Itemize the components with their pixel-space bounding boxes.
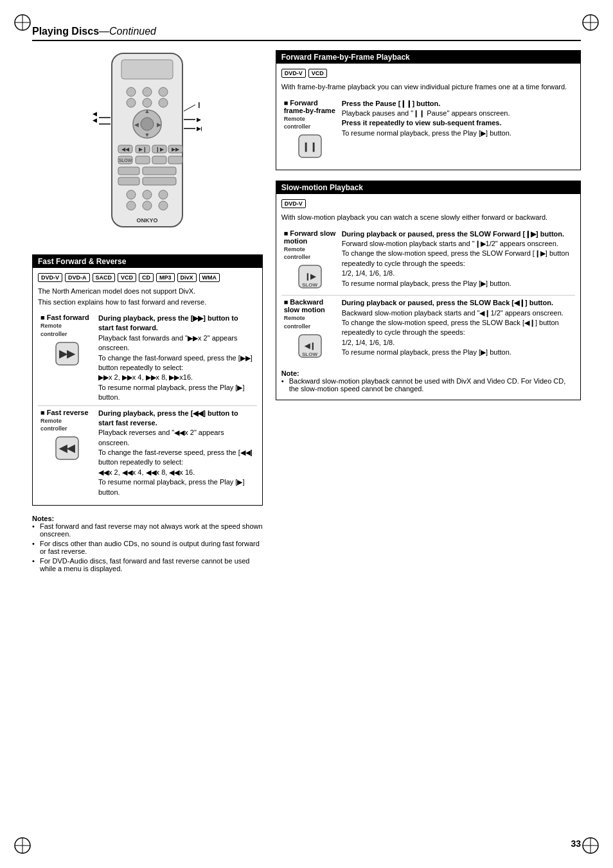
forward-frame-label: ■ Forward frame-by-frame Remotecontrolle… <box>281 96 339 165</box>
forward-frame-desc: Press the Pause [❙❙] button. Playback pa… <box>339 96 575 165</box>
svg-text:SLOW: SLOW <box>302 282 317 288</box>
forward-slow-label: ■ Forward slow motion Remotecontroller ❙… <box>281 227 339 296</box>
svg-text:▶▶: ▶▶ <box>59 348 76 359</box>
slow-intro: With slow-motion playback you can watch … <box>281 212 575 223</box>
fast-forward-remote-img: ▶▶ <box>40 339 93 369</box>
slow-motion-content: DVD-V With slow-motion playback you can … <box>276 194 580 400</box>
notes-list: Fast forward and fast reverse may not al… <box>32 522 263 572</box>
badge-dvda: DVD-A <box>65 273 90 282</box>
svg-text:▲: ▲ <box>145 108 150 114</box>
svg-point-15 <box>143 87 152 96</box>
svg-text:◀: ◀ <box>93 117 97 123</box>
table-row: ■ Fast forward Remotecontroller ▶▶ <box>38 311 257 405</box>
reg-mark-tr <box>581 13 600 32</box>
badge-dvdv: DVD-V <box>38 273 62 282</box>
format-badges-slow: DVD-V <box>281 199 575 208</box>
svg-point-46 <box>127 201 136 210</box>
svg-point-47 <box>143 201 152 210</box>
svg-line-58 <box>184 105 195 111</box>
page-number: 33 <box>571 838 581 849</box>
format-badges-frame: DVD-V VCD <box>281 69 575 78</box>
table-row: ■ Forward frame-by-frame Remotecontrolle… <box>281 96 575 165</box>
slow-note-list: Backward slow-motion playback cannot be … <box>281 377 575 393</box>
list-item: For discs other than audio CDs, no sound… <box>32 540 263 555</box>
badge-dvdv-slow: DVD-V <box>281 199 306 208</box>
fast-reverse-label: ■ Fast reverse Remotecontroller ◀◀ <box>38 405 96 500</box>
badge-vcd-frame: VCD <box>308 69 327 78</box>
fast-forward-reverse-section: Fast Forward & Reverse DVD-V DVD-A SACD … <box>32 254 263 506</box>
svg-text:▶: ▶ <box>157 121 161 128</box>
svg-text:❙▶: ❙▶ <box>155 146 164 152</box>
forward-slow-remote-img: ❙▶ SLOW <box>284 262 337 292</box>
slow-motion-note: Note: Backward slow-motion playback cann… <box>281 369 575 393</box>
svg-point-48 <box>159 201 168 210</box>
reg-mark-br <box>581 836 600 855</box>
two-col-layout: ▲ ▼ ◀ ▶ ◀◀ ▶❙ ❙▶ ▶▶ <box>32 50 581 574</box>
reg-mark-bl <box>13 836 32 855</box>
fast-forward-reverse-content: DVD-V DVD-A SACD VCD CD MP3 DivX WMA The… <box>33 268 262 505</box>
badge-wma: WMA <box>199 273 220 282</box>
svg-point-21 <box>141 118 154 130</box>
slow-note-title: Note: <box>281 369 575 377</box>
reg-mark-tl <box>13 13 32 32</box>
svg-point-44 <box>143 190 152 199</box>
fast-reverse-desc: During playback, press the [◀◀] button t… <box>96 405 257 500</box>
svg-rect-37 <box>152 156 166 164</box>
title-text: Playing Discs <box>32 26 99 37</box>
table-row: ■ Forward slow motion Remotecontroller ❙… <box>281 227 575 296</box>
svg-text:❙❙: ❙❙ <box>302 141 317 152</box>
fast-forward-reverse-title: Fast Forward & Reverse <box>33 255 262 268</box>
remote-svg: ▲ ▼ ◀ ▶ ◀◀ ▶❙ ❙▶ ▶▶ <box>93 50 202 244</box>
svg-rect-42 <box>143 177 176 185</box>
fast-intro-text: The North American model does not suppor… <box>38 286 257 307</box>
backward-slow-desc: During playback or paused, press the SLO… <box>339 296 575 364</box>
svg-text:▶❙: ▶❙ <box>139 146 147 152</box>
slow-motion-title: Slow-motion Playback <box>276 181 580 194</box>
svg-text:▶: ▶ <box>197 116 201 123</box>
fast-reverse-remote-img: ◀◀ <box>40 434 93 464</box>
frame-intro: With frame-by-frame playback you can vie… <box>281 82 575 93</box>
svg-text:SLOW: SLOW <box>119 158 132 163</box>
svg-rect-36 <box>136 156 150 164</box>
left-column: ▲ ▼ ◀ ▶ ◀◀ ▶❙ ❙▶ ▶▶ <box>32 50 263 574</box>
notes-section: Notes: Fast forward and fast reverse may… <box>32 515 263 572</box>
title-continued: —Continued <box>99 26 156 37</box>
svg-rect-41 <box>118 177 139 185</box>
svg-text:▼: ▼ <box>145 132 150 138</box>
slow-motion-table: ■ Forward slow motion Remotecontroller ❙… <box>281 227 575 364</box>
remote-image-area: ▲ ▼ ◀ ▶ ◀◀ ▶❙ ❙▶ ▶▶ <box>32 50 263 244</box>
svg-text:◀: ◀ <box>134 121 139 128</box>
svg-rect-38 <box>168 156 182 164</box>
svg-text:◀◀: ◀◀ <box>58 443 75 454</box>
svg-rect-40 <box>143 167 176 175</box>
page: Playing Discs—Continued <box>0 0 613 868</box>
svg-text:ONKYO: ONKYO <box>137 217 158 224</box>
frame-remote-img: ❙❙ <box>284 132 337 162</box>
badge-cd: CD <box>139 273 154 282</box>
badge-divx: DivX <box>177 273 197 282</box>
svg-text:❙❙: ❙❙ <box>197 102 202 109</box>
svg-point-14 <box>127 87 136 96</box>
svg-text:◀◀: ◀◀ <box>93 111 97 117</box>
frame-by-frame-content: DVD-V VCD With frame-by-frame playback y… <box>276 64 580 170</box>
svg-rect-13 <box>121 60 173 79</box>
svg-rect-39 <box>118 167 139 175</box>
svg-point-18 <box>143 98 152 107</box>
badge-dvdv-frame: DVD-V <box>281 69 306 78</box>
notes-title: Notes: <box>32 515 263 522</box>
badge-sacd: SACD <box>93 273 116 282</box>
svg-text:▶▶: ▶▶ <box>172 146 180 152</box>
svg-text:❙▶: ❙▶ <box>305 272 317 281</box>
svg-point-43 <box>127 190 136 199</box>
svg-text:◀◀: ◀◀ <box>121 146 130 152</box>
badge-vcd: VCD <box>118 273 136 282</box>
frame-by-frame-section: Forward Frame-by-Frame Playback DVD-V VC… <box>276 50 581 170</box>
page-title: Playing Discs—Continued <box>32 26 581 41</box>
list-item: For DVD-Audio discs, fast forward and fa… <box>32 557 263 572</box>
badge-mp3: MP3 <box>156 273 175 282</box>
frame-by-frame-title: Forward Frame-by-Frame Playback <box>276 51 580 64</box>
svg-point-45 <box>159 190 168 199</box>
list-item: Backward slow-motion playback cannot be … <box>281 377 575 393</box>
svg-text:▶▶: ▶▶ <box>197 125 202 132</box>
format-badges-fast: DVD-V DVD-A SACD VCD CD MP3 DivX WMA <box>38 273 257 282</box>
